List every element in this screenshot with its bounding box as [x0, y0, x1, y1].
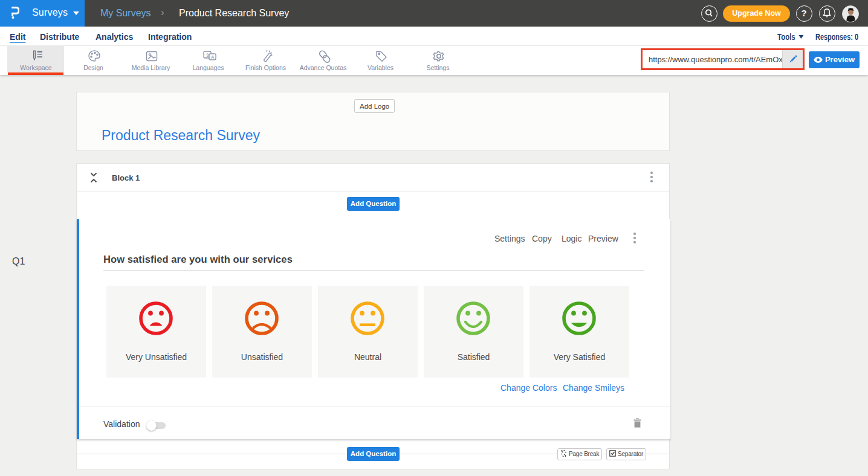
svg-text:文: 文	[206, 53, 210, 58]
svg-text:A: A	[211, 54, 215, 60]
